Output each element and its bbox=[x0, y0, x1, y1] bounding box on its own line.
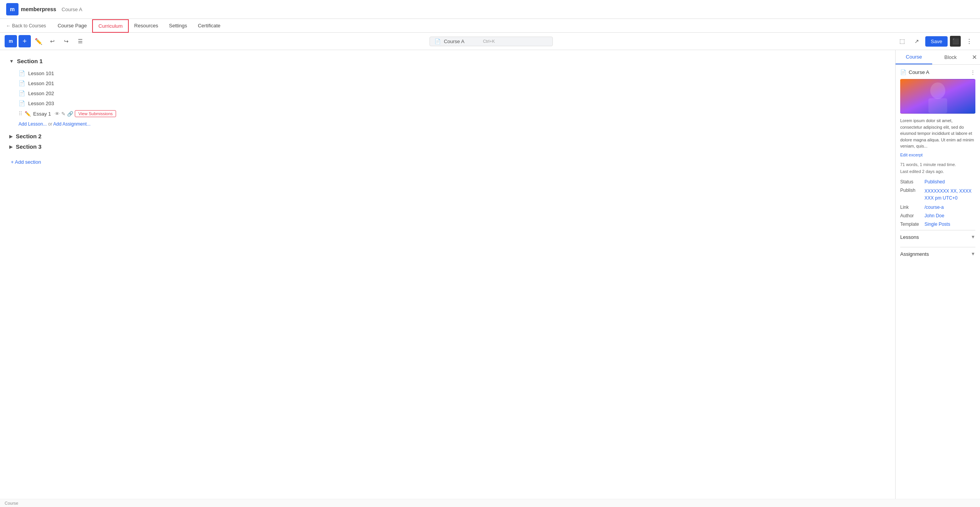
pencil-icon-button[interactable]: ✏️ bbox=[32, 35, 45, 47]
list-item: 📄 Lesson 202 bbox=[9, 88, 886, 98]
course-name-label: Course A bbox=[62, 7, 82, 12]
link-value[interactable]: /course-a bbox=[924, 205, 944, 210]
edit-excerpt-link[interactable]: Edit excerpt bbox=[900, 153, 975, 157]
list-item: 📄 Lesson 101 bbox=[9, 68, 886, 78]
panel-field-link: Link /course-a bbox=[900, 205, 975, 210]
add-block-button[interactable]: + bbox=[19, 35, 31, 47]
list-item: 📄 Lesson 201 bbox=[9, 78, 886, 88]
essay-actions: 👁 ✎ 🔗 View Submissions bbox=[55, 110, 116, 117]
editor-bar-center: 📄 Course A Ctrl+K bbox=[88, 37, 894, 46]
panel-course-title: Course A bbox=[909, 69, 929, 75]
panel-field-template: Template Single Posts bbox=[900, 222, 975, 227]
lesson-202-label: Lesson 202 bbox=[28, 91, 54, 96]
section-1-header[interactable]: ▼ Section 1 bbox=[9, 58, 886, 64]
lesson-doc-icon: 📄 bbox=[19, 80, 25, 86]
add-section-button[interactable]: + Add section bbox=[9, 155, 886, 169]
status-bar-label: Course bbox=[5, 501, 18, 505]
panel-field-author: Author John Doe bbox=[900, 213, 975, 218]
lesson-doc-icon: 📄 bbox=[19, 90, 25, 96]
save-button[interactable]: Save bbox=[925, 36, 948, 47]
editor-bar: m + ✏️ ↩ ↪ ☰ 📄 Course A Ctrl+K ⬚ ↗ Save … bbox=[0, 33, 980, 50]
panel-lessons-toggle-icon: ▼ bbox=[971, 234, 975, 240]
section-2-header[interactable]: ▶ Section 2 bbox=[9, 133, 886, 139]
tab-curriculum[interactable]: Curriculum bbox=[92, 19, 129, 33]
panel-course-doc-icon: 📄 bbox=[900, 69, 906, 75]
add-assignment-link[interactable]: Add Assignment... bbox=[53, 121, 91, 127]
tab-certificate[interactable]: Certificate bbox=[192, 19, 226, 32]
lesson-203-label: Lesson 203 bbox=[28, 101, 54, 106]
m-logo: m bbox=[6, 3, 19, 15]
svg-rect-2 bbox=[928, 98, 947, 113]
lesson-doc-icon: 📄 bbox=[19, 100, 25, 106]
panel-course-title-row: 📄 Course A ⋮ bbox=[900, 69, 975, 75]
brand-name: memberpress bbox=[21, 6, 56, 12]
back-to-courses-link[interactable]: ← Back to Courses bbox=[6, 23, 46, 29]
editor-bar-right: ⬚ ↗ Save ⬛ ⋮ bbox=[896, 35, 975, 47]
preview-icon-button[interactable]: ⬚ bbox=[896, 35, 908, 47]
svg-point-1 bbox=[930, 82, 945, 99]
redo-button[interactable]: ↪ bbox=[60, 35, 72, 47]
link-icon[interactable]: 🔗 bbox=[67, 111, 73, 117]
more-options-button[interactable]: ⋮ bbox=[963, 35, 975, 47]
logo-area: m memberpress Course A bbox=[6, 3, 82, 15]
eye-icon[interactable]: 👁 bbox=[55, 111, 60, 117]
panel-description: Lorem ipsum dolor sit amet, consectetur … bbox=[900, 118, 975, 149]
list-view-button[interactable]: ☰ bbox=[74, 35, 86, 47]
main-layout: ▼ Section 1 📄 Lesson 101 📄 Lesson 201 📄 … bbox=[0, 50, 980, 499]
doc-icon: 📄 bbox=[434, 39, 441, 44]
panel-meta-line1: 71 words, 1 minute read time. bbox=[900, 161, 975, 168]
drag-handle-icon[interactable]: ⠿ bbox=[19, 111, 22, 117]
panel-lessons-header[interactable]: Lessons ▼ bbox=[900, 230, 975, 244]
section-3-title: Section 3 bbox=[16, 143, 42, 150]
author-label: Author bbox=[900, 213, 921, 218]
section-3-toggle-icon: ▶ bbox=[9, 144, 13, 149]
template-value[interactable]: Single Posts bbox=[924, 222, 950, 227]
publish-label: Publish bbox=[900, 188, 921, 193]
curriculum-area: ▼ Section 1 📄 Lesson 101 📄 Lesson 201 📄 … bbox=[0, 50, 895, 499]
section-1-title: Section 1 bbox=[17, 58, 43, 64]
lesson-201-label: Lesson 201 bbox=[28, 81, 54, 86]
template-label: Template bbox=[900, 222, 921, 227]
status-bar: Course bbox=[0, 499, 980, 507]
author-value[interactable]: John Doe bbox=[924, 213, 944, 218]
editor-bar-left: m + ✏️ ↩ ↪ ☰ bbox=[5, 35, 86, 47]
panel-tab-course[interactable]: Course bbox=[896, 50, 932, 64]
panel-lessons-label: Lessons bbox=[900, 234, 919, 240]
panel-content: 📄 Course A ⋮ bbox=[896, 65, 980, 265]
view-submissions-button[interactable]: View Submissions bbox=[75, 110, 116, 117]
doc-shortcut: Ctrl+K bbox=[483, 39, 495, 44]
add-section-label: + Add section bbox=[11, 159, 41, 165]
panel-more-icon[interactable]: ⋮ bbox=[970, 69, 975, 75]
nav-tabs: ← Back to Courses Course Page Curriculum… bbox=[0, 19, 980, 33]
undo-button[interactable]: ↩ bbox=[46, 35, 59, 47]
external-link-button[interactable]: ↗ bbox=[911, 35, 923, 47]
essay-1-item: ⠿ ✏️ Essay 1 👁 ✎ 🔗 View Submissions bbox=[9, 108, 886, 119]
panel-assignments-toggle-icon: ▼ bbox=[971, 251, 975, 257]
doc-title-bar[interactable]: 📄 Course A Ctrl+K bbox=[429, 37, 553, 46]
section-3-header[interactable]: ▶ Section 3 bbox=[9, 143, 886, 150]
panel-course-image bbox=[900, 79, 975, 114]
section-2-toggle-icon: ▶ bbox=[9, 134, 13, 139]
tab-course-page[interactable]: Course Page bbox=[52, 19, 92, 32]
tab-settings[interactable]: Settings bbox=[163, 19, 192, 32]
lesson-doc-icon: 📄 bbox=[19, 70, 25, 76]
tab-resources[interactable]: Resources bbox=[129, 19, 163, 32]
settings-sidebar-button[interactable]: ⬛ bbox=[950, 36, 961, 47]
top-bar: m memberpress Course A bbox=[0, 0, 980, 19]
edit-essay-icon[interactable]: ✏️ bbox=[25, 111, 31, 117]
status-value[interactable]: Published bbox=[924, 179, 945, 185]
right-panel: Course Block ✕ 📄 Course A ⋮ bbox=[895, 50, 980, 499]
panel-meta-line2: Last edited 2 days ago. bbox=[900, 168, 975, 175]
panel-tab-block[interactable]: Block bbox=[932, 50, 969, 64]
editor-m-avatar: m bbox=[5, 35, 17, 47]
panel-assignments-label: Assignments bbox=[900, 251, 929, 257]
panel-field-status: Status Published bbox=[900, 179, 975, 185]
add-lesson-link[interactable]: Add Lesson... bbox=[19, 121, 47, 127]
link-label: Link bbox=[900, 205, 921, 210]
panel-assignments-header[interactable]: Assignments ▼ bbox=[900, 247, 975, 261]
panel-close-button[interactable]: ✕ bbox=[969, 50, 980, 64]
lesson-101-label: Lesson 101 bbox=[28, 71, 54, 76]
publish-value[interactable]: XXXXXXXX XX, XXXXXXX pm UTC+0 bbox=[924, 188, 972, 201]
edit-icon[interactable]: ✎ bbox=[61, 111, 66, 117]
panel-assignments-section: Assignments ▼ bbox=[900, 247, 975, 261]
